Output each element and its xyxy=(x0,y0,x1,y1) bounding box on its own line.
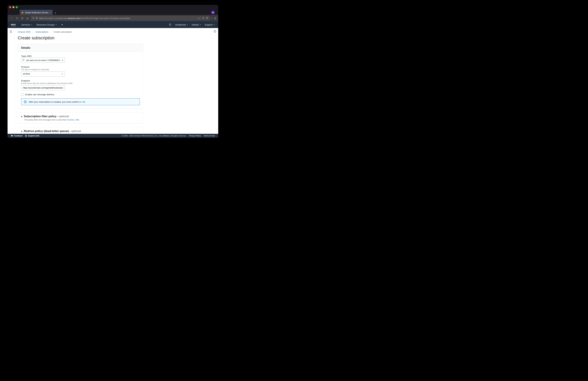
address-bar[interactable]: https://eu-west-1.console.aws.amazon.com… xyxy=(31,16,210,21)
privacy-link[interactable]: Privacy Policy xyxy=(189,135,201,137)
expand-description: This policy filters the messages that a … xyxy=(24,119,140,121)
window-titlebar xyxy=(8,5,218,10)
chevron-right-icon: 〉 xyxy=(50,31,52,33)
back-button[interactable] xyxy=(10,16,14,20)
expand-triangle-icon: ▶ xyxy=(21,115,22,118)
info-link[interactable]: Info xyxy=(82,101,85,103)
lock-icon[interactable] xyxy=(36,17,38,20)
field-hint: The type of endpoint to subscribe xyxy=(21,69,140,70)
pin-icon[interactable] xyxy=(61,24,63,26)
support-menu[interactable]: Support ▼ xyxy=(205,23,215,26)
notifications-bell-icon[interactable] xyxy=(169,23,171,26)
expand-title: Redrive policy (dead-letter queue) - opt… xyxy=(24,130,81,133)
feedback-button[interactable]: Feedback xyxy=(11,135,23,137)
raw-delivery-checkbox-row: Enable raw message delivery xyxy=(21,93,140,96)
expand-triangle-icon: ▶ xyxy=(21,130,22,132)
field-label: Protocol xyxy=(21,66,140,68)
dropdown-caret-icon: ▼ xyxy=(61,73,63,75)
breadcrumb-link-sns[interactable]: Amazon SNS xyxy=(18,31,31,33)
panel-header: Details xyxy=(18,44,143,52)
aws-top-nav: aws Services ▼ Resource Groups ▼ sendpor… xyxy=(8,21,218,28)
protocol-select[interactable]: HTTPS ▼ xyxy=(21,71,65,77)
bookmark-star-icon[interactable] xyxy=(206,17,208,20)
browser-tab-active[interactable]: Simple Notification Service × xyxy=(20,10,53,15)
field-topic-arn: Topic ARN ✕ xyxy=(21,55,140,63)
filter-policy-panel[interactable]: ▶ Subscription filter policy - optional … xyxy=(18,112,143,123)
reload-button[interactable] xyxy=(20,16,24,20)
field-hint: A web server that can receive notificati… xyxy=(21,82,140,84)
window-maximize-button[interactable] xyxy=(16,6,18,8)
browser-tabs: Simple Notification Service × + xyxy=(8,10,218,15)
breadcrumb: Amazon SNS 〉 Subscriptions 〉 Create subs… xyxy=(18,31,205,33)
checkbox-label: Enable raw message delivery xyxy=(25,93,54,96)
right-help-rail xyxy=(211,28,218,134)
copyright-text: © 2008 - 2020, Amazon Web Services, Inc.… xyxy=(122,135,186,137)
chevron-down-icon: ▼ xyxy=(55,24,57,26)
page-actions-dots-icon[interactable]: ••• xyxy=(198,17,201,20)
info-alert: i After your subscription is created, yo… xyxy=(21,98,140,105)
language-selector[interactable]: English (US) xyxy=(25,135,39,137)
region-menu[interactable]: Ireland ▼ xyxy=(192,23,201,26)
new-tab-button[interactable]: + xyxy=(53,11,58,15)
left-nav-rail: ☰ xyxy=(8,28,14,134)
info-message: After your subscription is created, you … xyxy=(29,101,85,103)
chevron-down-icon: ▼ xyxy=(200,24,201,26)
extension-icon[interactable]: ∞ xyxy=(211,11,215,14)
panel-title: Details xyxy=(21,46,140,50)
aws-console: aws Services ▼ Resource Groups ▼ sendpor… xyxy=(8,21,218,138)
chevron-down-icon: ▼ xyxy=(31,24,32,26)
svg-rect-1 xyxy=(203,17,204,19)
field-label: Topic ARN xyxy=(21,55,140,57)
browser-toolbar: https://eu-west-1.console.aws.amazon.com… xyxy=(8,15,218,21)
overflow-chevrons-icon[interactable]: » xyxy=(211,17,212,20)
endpoint-input[interactable] xyxy=(21,85,65,90)
raw-delivery-checkbox[interactable] xyxy=(21,93,24,96)
window-close-button[interactable] xyxy=(9,6,11,8)
expand-title: Subscription filter policy - optional xyxy=(24,115,69,118)
home-button[interactable] xyxy=(25,16,30,20)
clear-input-icon[interactable]: ✕ xyxy=(62,59,63,62)
chevron-down-icon: ▼ xyxy=(187,24,188,26)
breadcrumb-current: Create subscription xyxy=(53,31,72,33)
aws-footer: Feedback English (US) © 2008 - 2020, Ama… xyxy=(8,134,218,138)
field-label: Endpoint xyxy=(21,80,140,82)
aws-logo[interactable]: aws xyxy=(11,23,16,26)
app-menu-button[interactable]: ☰ xyxy=(214,17,216,20)
help-info-icon[interactable] xyxy=(214,30,216,134)
forward-button[interactable] xyxy=(15,16,19,20)
aws-logo-swoosh-icon xyxy=(11,26,16,26)
breadcrumb-link-subscriptions[interactable]: Subscriptions xyxy=(36,31,48,33)
account-menu[interactable]: sendportal ▼ xyxy=(175,23,188,26)
field-protocol: Protocol The type of endpoint to subscri… xyxy=(21,66,140,77)
terms-link[interactable]: Terms of Use xyxy=(204,135,215,137)
services-menu[interactable]: Services ▼ xyxy=(21,23,32,26)
chevron-down-icon: ▼ xyxy=(214,24,215,26)
info-icon: i xyxy=(24,100,27,103)
tab-title: Simple Notification Service xyxy=(25,11,48,14)
resource-groups-menu[interactable]: Resource Groups ▼ xyxy=(37,23,57,26)
tab-close-icon[interactable]: × xyxy=(50,11,51,14)
url-text: https://eu-west-1.console.aws.amazon.com… xyxy=(39,17,196,20)
window-minimize-button[interactable] xyxy=(12,6,14,8)
chevron-right-icon: 〉 xyxy=(32,31,34,33)
field-endpoint: Endpoint A web server that can receive n… xyxy=(21,80,140,90)
search-icon xyxy=(22,59,25,62)
tab-favicon xyxy=(21,11,24,14)
info-link[interactable]: Info xyxy=(75,119,79,121)
details-panel: Details Topic ARN ✕ xyxy=(18,44,143,109)
topic-arn-input[interactable] xyxy=(21,58,65,63)
tracking-shield-icon[interactable] xyxy=(32,17,34,20)
reader-shield-icon[interactable] xyxy=(202,17,205,20)
main-content: Amazon SNS 〉 Subscriptions 〉 Create subs… xyxy=(14,28,211,134)
svg-point-2 xyxy=(23,59,24,60)
redrive-policy-panel[interactable]: ▶ Redrive policy (dead-letter queue) - o… xyxy=(18,127,143,134)
svg-rect-0 xyxy=(22,12,23,14)
expand-nav-icon[interactable]: ☰ xyxy=(10,30,12,134)
page-title: Create subscription xyxy=(18,35,205,40)
